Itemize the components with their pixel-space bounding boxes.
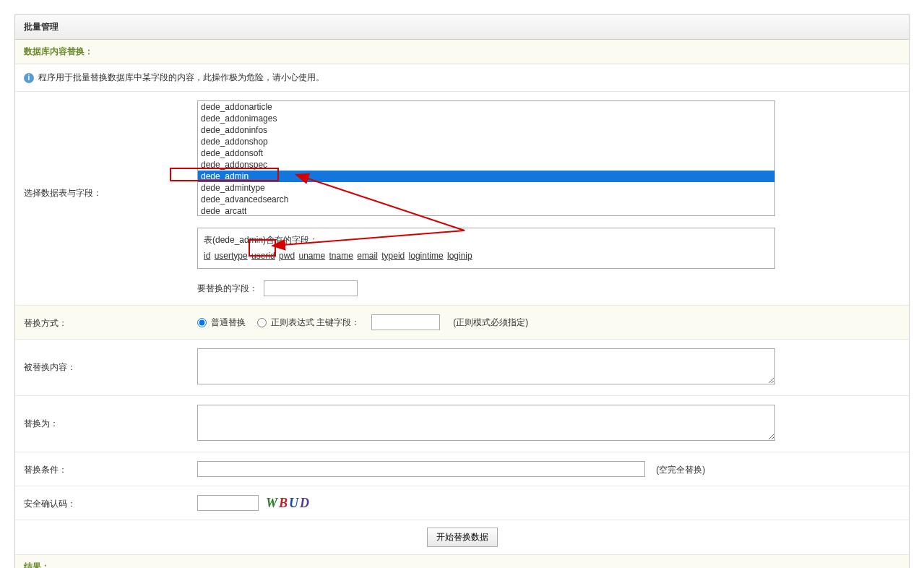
title-text: 批量管理 [24,22,59,32]
field-list-box: 表(dede_admin)含有的字段： id usertype userid p… [197,228,775,269]
main-container: 批量管理 数据库内容替换： i 程序用于批量替换数据库中某字段的内容，此操作极为… [14,14,910,568]
submit-button[interactable]: 开始替换数据 [427,528,498,547]
textarea-replaced-content[interactable] [197,348,775,384]
field-link[interactable]: logintime [409,251,444,261]
field-link[interactable]: typeid [381,251,405,261]
field-link[interactable]: loginip [447,251,472,261]
input-field-to-replace[interactable] [264,280,358,296]
row-replace-cond: 替换条件： (空完全替换) [15,452,909,486]
page-title: 批量管理 [15,15,909,40]
captcha-image[interactable]: WBUD [266,496,311,511]
info-text: 程序用于批量替换数据库中某字段的内容，此操作极为危险，请小心使用。 [38,72,324,84]
input-captcha[interactable] [197,495,259,511]
col-captcha: WBUD [197,495,900,511]
input-regex-key[interactable] [371,314,440,330]
field-links: id usertype userid pwd uname tname email… [204,249,769,264]
table-option[interactable]: dede_addonspec [198,159,774,171]
row-submit: 开始替换数据 [15,520,909,555]
row-select-table: 选择数据表与字段： dede_addonarticledede_addonima… [15,92,909,306]
row-replace-method: 替换方式： 普通替换 正则表达式 主键字段： (正则模式必须指定) [15,306,909,340]
col-replace-to [197,405,900,443]
table-option[interactable]: dede_arcatt [198,205,774,216]
field-link[interactable]: email [357,251,378,261]
info-icon: i [24,73,34,83]
field-list-title: 表(dede_admin)含有的字段： [204,233,769,249]
section-result-text: 结果： [24,561,50,568]
radio-regex-replace[interactable] [257,318,267,327]
table-option[interactable]: dede_addonsoft [198,147,774,159]
textarea-replace-to[interactable] [197,405,775,441]
col-replace-cond: (空完全替换) [197,461,900,477]
field-link[interactable]: uname [298,251,325,261]
label-regex-replace: 正则表达式 主键字段： [271,317,360,329]
label-replace-to: 替换为： [24,405,197,430]
table-option[interactable]: dede_addonshop [198,136,774,147]
col-select-table: dede_addonarticledede_addonimagesdede_ad… [197,100,900,296]
input-replace-cond[interactable] [197,461,645,477]
label-captcha: 安全确认码： [24,495,197,510]
note-regex: (正则模式必须指定) [453,317,528,329]
col-replaced-content [197,348,900,387]
label-normal-replace: 普通替换 [211,317,246,329]
label-replace-method: 替换方式： [24,314,197,330]
row-replaced-content: 被替换内容： [15,340,909,396]
section-header-text: 数据库内容替换： [24,46,93,56]
table-option[interactable]: dede_addonimages [198,113,774,124]
field-link[interactable]: tname [329,251,353,261]
row-replace-to: 替换为： [15,396,909,452]
label-select-table: 选择数据表与字段： [24,100,197,199]
radio-normal-replace[interactable] [197,318,207,327]
label-replace-cond: 替换条件： [24,461,197,476]
col-replace-method: 普通替换 正则表达式 主键字段： (正则模式必须指定) [197,314,900,330]
table-option[interactable]: dede_admintype [198,182,774,194]
field-link[interactable]: id [204,251,210,261]
section-header-replace: 数据库内容替换： [15,40,909,64]
row-captcha: 安全确认码： WBUD [15,486,909,520]
table-listbox[interactable]: dede_addonarticledede_addonimagesdede_ad… [197,100,775,216]
note-cond: (空完全替换) [656,465,705,475]
row-field-to-replace: 要替换的字段： [197,280,900,296]
table-option[interactable]: dede_admin [198,171,774,182]
field-link[interactable]: usertype [215,251,248,261]
table-option[interactable]: dede_advancedsearch [198,194,774,205]
field-link[interactable]: pwd [279,251,295,261]
label-replaced-content: 被替换内容： [24,348,197,374]
table-option[interactable]: dede_addoninfos [198,124,774,136]
section-header-result: 结果： [15,555,909,568]
table-option[interactable]: dede_addonarticle [198,101,774,113]
info-row: i 程序用于批量替换数据库中某字段的内容，此操作极为危险，请小心使用。 [15,64,909,92]
label-field-to-replace: 要替换的字段： [197,283,258,295]
field-link[interactable]: userid [251,251,275,261]
